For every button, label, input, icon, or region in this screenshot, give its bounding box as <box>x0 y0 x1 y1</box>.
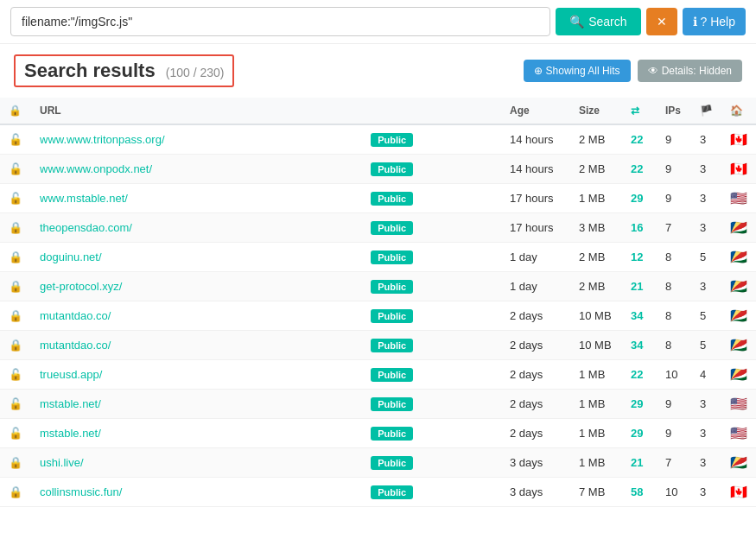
flag-icon: 🇸🇨 <box>730 338 747 352</box>
col-flag: 🏠 <box>721 98 756 124</box>
row-lock: 🔓 <box>0 124 31 155</box>
row-size: 10 MB <box>570 331 622 360</box>
lock-icon: 🔒 <box>9 221 22 234</box>
clear-button[interactable]: ✕ <box>646 8 677 35</box>
hits-count: 58 <box>631 485 643 498</box>
url-link[interactable]: collinsmusic.fun/ <box>40 485 122 498</box>
row-url: mstable.net/ <box>31 390 362 419</box>
results-table: 🔒 URL Age Size ⇄ IPs 🏴 🏠 🔓 www.www.trito… <box>0 98 756 507</box>
table-row: 🔒 mutantdao.co/ Public 2 days 10 MB 34 8… <box>0 301 756 331</box>
row-pages: 5 <box>691 331 721 360</box>
row-size: 2 MB <box>570 155 622 184</box>
help-button[interactable]: ℹ ? Help <box>683 8 746 35</box>
row-badge: Public <box>362 301 501 331</box>
row-size: 1 MB <box>570 360 622 390</box>
flag-icon: 🇸🇨 <box>730 455 747 470</box>
row-age: 17 hours <box>501 184 570 213</box>
table-row: 🔓 www.www.onpodx.net/ Public 14 hours 2 … <box>0 155 756 184</box>
row-badge: Public <box>362 360 501 390</box>
row-lock: 🔒 <box>0 301 31 331</box>
row-age: 3 days <box>501 448 570 478</box>
row-size: 7 MB <box>570 478 622 507</box>
row-url: mutantdao.co/ <box>31 331 362 360</box>
url-link[interactable]: mutantdao.co/ <box>40 339 111 352</box>
flag-icon: 🇺🇸 <box>730 396 747 411</box>
public-badge: Public <box>371 133 413 147</box>
unlock-icon: 🔓 <box>9 133 22 146</box>
row-ips: 10 <box>657 360 691 390</box>
row-hits: 29 <box>622 390 657 419</box>
row-lock: 🔓 <box>0 419 31 448</box>
row-lock: 🔒 <box>0 243 31 272</box>
flag-icon: 🇸🇨 <box>730 250 747 264</box>
unlock-icon: 🔓 <box>9 397 22 410</box>
row-ips: 8 <box>657 272 691 301</box>
details-hidden-button[interactable]: 👁 Details: Hidden <box>638 60 742 82</box>
help-icon: ℹ <box>693 15 697 29</box>
row-age: 1 day <box>501 243 570 272</box>
row-size: 2 MB <box>570 272 622 301</box>
unlock-icon: 🔓 <box>9 192 22 205</box>
url-link[interactable]: mutantdao.co/ <box>40 309 111 322</box>
url-link[interactable]: theopensdao.com/ <box>40 221 132 234</box>
row-url: collinsmusic.fun/ <box>31 478 362 507</box>
row-age: 17 hours <box>501 213 570 243</box>
row-flag: 🇸🇨 <box>721 301 756 331</box>
url-link[interactable]: get-protocol.xyz/ <box>40 280 122 293</box>
public-badge: Public <box>371 280 413 294</box>
url-link[interactable]: www.mstable.net/ <box>40 192 128 205</box>
row-lock: 🔓 <box>0 155 31 184</box>
col-pages: 🏴 <box>691 98 721 124</box>
hits-count: 22 <box>631 162 643 175</box>
row-flag: 🇸🇨 <box>721 272 756 301</box>
row-flag: 🇨🇦 <box>721 478 756 507</box>
row-hits: 22 <box>622 124 657 155</box>
table-row: 🔒 collinsmusic.fun/ Public 3 days 7 MB 5… <box>0 478 756 507</box>
hits-count: 34 <box>631 339 643 352</box>
search-icon: 🔍 <box>569 15 584 29</box>
row-ips: 7 <box>657 213 691 243</box>
hits-count: 22 <box>631 368 643 381</box>
row-hits: 21 <box>622 272 657 301</box>
row-badge: Public <box>362 243 501 272</box>
row-flag: 🇺🇸 <box>721 390 756 419</box>
row-badge: Public <box>362 478 501 507</box>
row-lock: 🔓 <box>0 390 31 419</box>
table-body: 🔓 www.www.tritonpass.org/ Public 14 hour… <box>0 124 756 507</box>
url-link[interactable]: doguinu.net/ <box>40 250 102 263</box>
hits-count: 34 <box>631 309 643 322</box>
row-url: get-protocol.xyz/ <box>31 272 362 301</box>
help-label: ? Help <box>701 15 735 29</box>
url-link[interactable]: www.www.tritonpass.org/ <box>40 133 165 146</box>
search-button[interactable]: 🔍 Search <box>556 8 640 35</box>
public-badge: Public <box>371 221 413 235</box>
row-pages: 4 <box>691 360 721 390</box>
url-link[interactable]: mstable.net/ <box>40 397 101 410</box>
search-input[interactable] <box>10 7 550 36</box>
table-row: 🔓 mstable.net/ Public 2 days 1 MB 29 9 3… <box>0 419 756 448</box>
public-badge: Public <box>371 309 413 323</box>
row-lock: 🔓 <box>0 184 31 213</box>
row-pages: 5 <box>691 301 721 331</box>
showing-all-hits-button[interactable]: ⊕ Showing All Hits <box>524 60 631 82</box>
row-hits: 34 <box>622 301 657 331</box>
table-row: 🔒 get-protocol.xyz/ Public 1 day 2 MB 21… <box>0 272 756 301</box>
row-pages: 3 <box>691 155 721 184</box>
flag-icon: 🇸🇨 <box>730 367 747 382</box>
col-ips: IPs <box>657 98 691 124</box>
table-row: 🔒 theopensdao.com/ Public 17 hours 3 MB … <box>0 213 756 243</box>
row-badge: Public <box>362 155 501 184</box>
row-ips: 7 <box>657 448 691 478</box>
hits-count: 12 <box>631 250 643 263</box>
flag-icon: 🇸🇨 <box>730 220 747 235</box>
public-badge: Public <box>371 456 413 470</box>
url-link[interactable]: trueusd.app/ <box>40 368 102 381</box>
url-link[interactable]: www.www.onpodx.net/ <box>40 162 152 175</box>
row-ips: 9 <box>657 419 691 448</box>
row-hits: 34 <box>622 331 657 360</box>
row-lock: 🔒 <box>0 478 31 507</box>
row-badge: Public <box>362 448 501 478</box>
url-link[interactable]: ushi.live/ <box>40 456 84 469</box>
url-link[interactable]: mstable.net/ <box>40 427 101 440</box>
row-flag: 🇺🇸 <box>721 419 756 448</box>
